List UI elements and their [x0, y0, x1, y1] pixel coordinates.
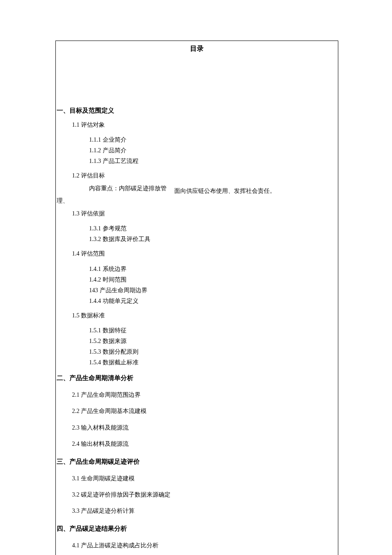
- toc-subentry: 1.3.1 参考规范: [56, 223, 338, 234]
- toc-entry: 2.2 产品生命周期基本流建模: [56, 404, 338, 418]
- section-heading: 四、产品碳足迹结果分析: [56, 521, 338, 536]
- toc-subentry: 1.3.2 数据库及评价工具: [56, 234, 338, 244]
- note-suffix: 理、: [56, 196, 338, 207]
- toc-entry: 3.2 碳足迹评价排放因子数据来源确定: [56, 488, 338, 502]
- note-row: 内容重点：内部碳足迹排放管 面向供应链公布使用、发挥社会责任。: [56, 183, 338, 196]
- page-border: 目录 一、目标及范围定义 1.1 评估对象 1.1.1 企业简介 1.1.2 产…: [55, 41, 338, 555]
- toc-entry: 3.1 生命周期碳足迹建模: [56, 472, 338, 485]
- toc-entry: 1.4 评估范围: [56, 247, 338, 261]
- toc-subentry: 143 产品生命周期边界: [56, 285, 338, 296]
- toc-entry: 2.3 输入材料及能源流: [56, 421, 338, 435]
- toc-entry: 2.1 产品生命周期范围边界: [56, 388, 338, 402]
- toc-entry: 3.3 产品碳足迹分析计算: [56, 504, 338, 518]
- toc-subentry: 1.1.3 产品工艺流程: [56, 156, 338, 166]
- toc-content: 一、目标及范围定义 1.1 评估对象 1.1.1 企业简介 1.1.2 产品简介…: [56, 56, 338, 555]
- toc-subentry: 1.5.2 数据来源: [56, 336, 338, 346]
- toc-subentry: 1.1.2 产品简介: [56, 145, 338, 156]
- toc-subentry: 1.1.1 企业简介: [56, 134, 338, 145]
- toc-entry: 1.1 评估对象: [56, 118, 338, 132]
- section-heading: 二、产品生命周期清单分析: [56, 370, 338, 386]
- toc-entry: 2.4 输出材料及能源流: [56, 437, 338, 451]
- note-right: 面向供应链公布使用、发挥社会责任。: [167, 183, 276, 196]
- section-heading: 三、产品生命周期碳足迹评价: [56, 454, 338, 469]
- toc-subentry: 1.4.2 时间范围: [56, 274, 338, 285]
- toc-entry: 4.1 产品上游碳足迹构成占比分析: [56, 539, 338, 552]
- toc-title: 目录: [56, 41, 338, 56]
- toc-subentry: 1.4.1 系统边界: [56, 264, 338, 274]
- toc-subentry: 1.5.4 数据截止标准: [56, 357, 338, 368]
- toc-subentry: 1.5.1 数据特征: [56, 325, 338, 336]
- toc-entry: 1.5 数据标准: [56, 309, 338, 323]
- section-heading: 一、目标及范围定义: [56, 103, 338, 118]
- toc-entry: 1.2 评估目标: [56, 169, 338, 183]
- note-left: 内容重点：内部碳足迹排放管: [89, 183, 167, 194]
- toc-subentry: 1.4.4 功能单元定义: [56, 296, 338, 306]
- toc-entry: 1.3 评估依据: [56, 207, 338, 221]
- toc-subentry: 1.5.3 数据分配原则: [56, 346, 338, 357]
